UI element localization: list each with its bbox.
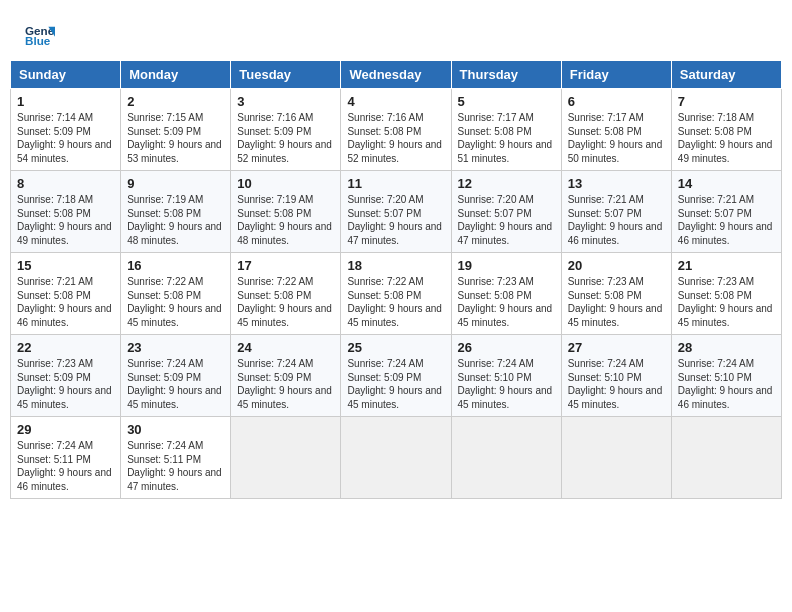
calendar-cell: 12Sunrise: 7:20 AMSunset: 5:07 PMDayligh… [451,171,561,253]
day-number: 29 [17,422,114,437]
day-info: Sunrise: 7:24 AMSunset: 5:10 PMDaylight:… [458,357,555,411]
logo-icon: General Blue [25,20,55,50]
day-info: Sunrise: 7:22 AMSunset: 5:08 PMDaylight:… [347,275,444,329]
day-number: 18 [347,258,444,273]
day-info: Sunrise: 7:23 AMSunset: 5:09 PMDaylight:… [17,357,114,411]
calendar-cell: 27Sunrise: 7:24 AMSunset: 5:10 PMDayligh… [561,335,671,417]
day-info: Sunrise: 7:16 AMSunset: 5:09 PMDaylight:… [237,111,334,165]
day-number: 8 [17,176,114,191]
day-info: Sunrise: 7:21 AMSunset: 5:07 PMDaylight:… [678,193,775,247]
calendar-cell: 30Sunrise: 7:24 AMSunset: 5:11 PMDayligh… [121,417,231,499]
day-number: 14 [678,176,775,191]
calendar-cell: 29Sunrise: 7:24 AMSunset: 5:11 PMDayligh… [11,417,121,499]
day-info: Sunrise: 7:14 AMSunset: 5:09 PMDaylight:… [17,111,114,165]
calendar-cell: 23Sunrise: 7:24 AMSunset: 5:09 PMDayligh… [121,335,231,417]
day-info: Sunrise: 7:24 AMSunset: 5:10 PMDaylight:… [678,357,775,411]
day-number: 1 [17,94,114,109]
calendar-cell: 18Sunrise: 7:22 AMSunset: 5:08 PMDayligh… [341,253,451,335]
day-info: Sunrise: 7:24 AMSunset: 5:11 PMDaylight:… [127,439,224,493]
calendar-header-row: SundayMondayTuesdayWednesdayThursdayFrid… [11,61,782,89]
calendar-cell: 17Sunrise: 7:22 AMSunset: 5:08 PMDayligh… [231,253,341,335]
week-row-2: 8Sunrise: 7:18 AMSunset: 5:08 PMDaylight… [11,171,782,253]
weekday-header-thursday: Thursday [451,61,561,89]
calendar-cell: 15Sunrise: 7:21 AMSunset: 5:08 PMDayligh… [11,253,121,335]
day-info: Sunrise: 7:18 AMSunset: 5:08 PMDaylight:… [678,111,775,165]
calendar-cell: 10Sunrise: 7:19 AMSunset: 5:08 PMDayligh… [231,171,341,253]
calendar-cell: 26Sunrise: 7:24 AMSunset: 5:10 PMDayligh… [451,335,561,417]
weekday-header-saturday: Saturday [671,61,781,89]
day-number: 2 [127,94,224,109]
weekday-header-monday: Monday [121,61,231,89]
day-info: Sunrise: 7:18 AMSunset: 5:08 PMDaylight:… [17,193,114,247]
day-number: 23 [127,340,224,355]
weekday-header-sunday: Sunday [11,61,121,89]
day-info: Sunrise: 7:23 AMSunset: 5:08 PMDaylight:… [678,275,775,329]
day-info: Sunrise: 7:17 AMSunset: 5:08 PMDaylight:… [458,111,555,165]
day-number: 3 [237,94,334,109]
day-info: Sunrise: 7:22 AMSunset: 5:08 PMDaylight:… [237,275,334,329]
day-number: 9 [127,176,224,191]
calendar-cell: 6Sunrise: 7:17 AMSunset: 5:08 PMDaylight… [561,89,671,171]
day-info: Sunrise: 7:24 AMSunset: 5:10 PMDaylight:… [568,357,665,411]
logo: General Blue [25,20,59,50]
day-number: 4 [347,94,444,109]
calendar-cell [561,417,671,499]
header: General Blue [10,10,782,55]
day-info: Sunrise: 7:19 AMSunset: 5:08 PMDaylight:… [237,193,334,247]
week-row-4: 22Sunrise: 7:23 AMSunset: 5:09 PMDayligh… [11,335,782,417]
day-number: 15 [17,258,114,273]
day-info: Sunrise: 7:24 AMSunset: 5:09 PMDaylight:… [127,357,224,411]
day-number: 7 [678,94,775,109]
day-number: 13 [568,176,665,191]
day-info: Sunrise: 7:20 AMSunset: 5:07 PMDaylight:… [347,193,444,247]
week-row-1: 1Sunrise: 7:14 AMSunset: 5:09 PMDaylight… [11,89,782,171]
day-info: Sunrise: 7:16 AMSunset: 5:08 PMDaylight:… [347,111,444,165]
calendar-cell [341,417,451,499]
calendar-table: SundayMondayTuesdayWednesdayThursdayFrid… [10,60,782,499]
week-row-3: 15Sunrise: 7:21 AMSunset: 5:08 PMDayligh… [11,253,782,335]
day-info: Sunrise: 7:24 AMSunset: 5:09 PMDaylight:… [237,357,334,411]
day-number: 30 [127,422,224,437]
day-info: Sunrise: 7:20 AMSunset: 5:07 PMDaylight:… [458,193,555,247]
day-number: 17 [237,258,334,273]
day-number: 26 [458,340,555,355]
calendar-cell: 28Sunrise: 7:24 AMSunset: 5:10 PMDayligh… [671,335,781,417]
day-info: Sunrise: 7:24 AMSunset: 5:11 PMDaylight:… [17,439,114,493]
calendar-cell: 13Sunrise: 7:21 AMSunset: 5:07 PMDayligh… [561,171,671,253]
day-number: 25 [347,340,444,355]
day-number: 22 [17,340,114,355]
day-info: Sunrise: 7:23 AMSunset: 5:08 PMDaylight:… [568,275,665,329]
calendar-cell: 7Sunrise: 7:18 AMSunset: 5:08 PMDaylight… [671,89,781,171]
day-info: Sunrise: 7:21 AMSunset: 5:08 PMDaylight:… [17,275,114,329]
calendar-cell: 19Sunrise: 7:23 AMSunset: 5:08 PMDayligh… [451,253,561,335]
calendar-cell [231,417,341,499]
calendar-cell: 25Sunrise: 7:24 AMSunset: 5:09 PMDayligh… [341,335,451,417]
calendar-cell: 21Sunrise: 7:23 AMSunset: 5:08 PMDayligh… [671,253,781,335]
calendar-cell: 24Sunrise: 7:24 AMSunset: 5:09 PMDayligh… [231,335,341,417]
day-number: 19 [458,258,555,273]
day-number: 27 [568,340,665,355]
day-number: 6 [568,94,665,109]
week-row-5: 29Sunrise: 7:24 AMSunset: 5:11 PMDayligh… [11,417,782,499]
calendar-cell: 16Sunrise: 7:22 AMSunset: 5:08 PMDayligh… [121,253,231,335]
day-info: Sunrise: 7:21 AMSunset: 5:07 PMDaylight:… [568,193,665,247]
day-info: Sunrise: 7:17 AMSunset: 5:08 PMDaylight:… [568,111,665,165]
calendar-cell [671,417,781,499]
day-number: 28 [678,340,775,355]
day-number: 10 [237,176,334,191]
calendar-cell: 9Sunrise: 7:19 AMSunset: 5:08 PMDaylight… [121,171,231,253]
day-info: Sunrise: 7:23 AMSunset: 5:08 PMDaylight:… [458,275,555,329]
calendar-cell: 5Sunrise: 7:17 AMSunset: 5:08 PMDaylight… [451,89,561,171]
calendar-cell: 14Sunrise: 7:21 AMSunset: 5:07 PMDayligh… [671,171,781,253]
calendar-cell: 20Sunrise: 7:23 AMSunset: 5:08 PMDayligh… [561,253,671,335]
calendar-cell [451,417,561,499]
day-info: Sunrise: 7:15 AMSunset: 5:09 PMDaylight:… [127,111,224,165]
svg-text:Blue: Blue [25,34,51,47]
calendar-cell: 8Sunrise: 7:18 AMSunset: 5:08 PMDaylight… [11,171,121,253]
weekday-header-wednesday: Wednesday [341,61,451,89]
day-info: Sunrise: 7:22 AMSunset: 5:08 PMDaylight:… [127,275,224,329]
calendar-cell: 11Sunrise: 7:20 AMSunset: 5:07 PMDayligh… [341,171,451,253]
weekday-header-friday: Friday [561,61,671,89]
calendar-cell: 4Sunrise: 7:16 AMSunset: 5:08 PMDaylight… [341,89,451,171]
weekday-header-tuesday: Tuesday [231,61,341,89]
